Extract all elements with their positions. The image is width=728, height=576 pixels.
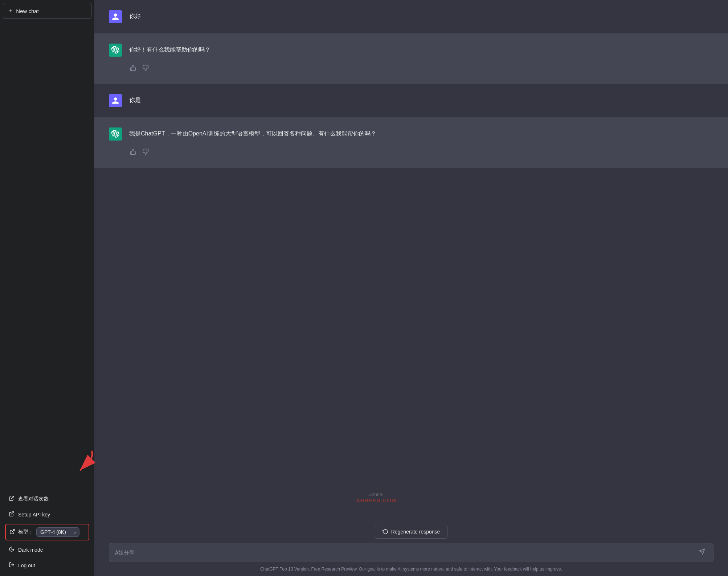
- moon-icon: [9, 546, 15, 553]
- sidebar-item-view-count[interactable]: 查看对话次数: [3, 491, 91, 507]
- input-area: [109, 543, 713, 562]
- regenerate-button[interactable]: Regenerate response: [375, 525, 448, 539]
- message-assistant-2-inner: 我是ChatGPT，一种由OpenAI训练的大型语言模型，可以回答各种问题。有什…: [109, 127, 376, 141]
- regenerate-label: Regenerate response: [391, 529, 440, 535]
- chat-input[interactable]: [115, 549, 696, 556]
- sidebar: + New chat 查看对话次数 Setup AP: [0, 0, 94, 576]
- message-user-2-text: 你是: [129, 94, 141, 105]
- main: 你好 你好！有什么我能帮助你的吗？: [94, 0, 728, 576]
- model-select[interactable]: GPT-4 (8K) GPT-3.5 GPT-4 (32K): [36, 527, 79, 537]
- thumbs-down-button-1[interactable]: [142, 64, 150, 74]
- message-user-1-text: 你好: [129, 10, 141, 21]
- external-link-icon-3: [9, 529, 15, 536]
- new-chat-button[interactable]: + New chat: [3, 3, 91, 19]
- feedback-icons-1: [129, 64, 150, 74]
- thumbs-down-button-2[interactable]: [142, 148, 150, 158]
- avatar-gpt-2: [109, 127, 122, 141]
- new-chat-label: New chat: [16, 8, 39, 14]
- message-user-1: 你好: [94, 0, 728, 33]
- model-select-wrapper[interactable]: GPT-4 (8K) GPT-3.5 GPT-4 (32K): [36, 527, 79, 537]
- footer-link[interactable]: ChatGPT Feb 13 Version: [260, 567, 309, 572]
- sidebar-item-setup-api[interactable]: Setup API key: [3, 507, 91, 522]
- regenerate-icon: [383, 529, 388, 535]
- chat-bottom: Regenerate response ChatGPT Feb 13 Versi…: [94, 520, 728, 576]
- message-assistant-1-inner: 你好！有什么我能帮助你的吗？: [109, 44, 210, 57]
- message-assistant-1: 你好！有什么我能帮助你的吗？: [94, 33, 728, 84]
- plus-icon: +: [9, 8, 12, 14]
- chat-messages: 你好 你好！有什么我能帮助你的吗？: [94, 0, 728, 520]
- sidebar-item-setup-api-label: Setup API key: [18, 512, 50, 518]
- thumbs-up-button-2[interactable]: [129, 148, 137, 158]
- avatar-user-2: [109, 94, 122, 107]
- sidebar-item-logout-label: Log out: [18, 563, 35, 568]
- external-link-icon: [9, 495, 15, 502]
- footer-text: . Free Research Preview. Our goal is to …: [309, 567, 562, 572]
- footer-note: ChatGPT Feb 13 Version. Free Research Pr…: [246, 562, 577, 576]
- message-assistant-1-text: 你好！有什么我能帮助你的吗？: [129, 44, 210, 54]
- logout-icon: [9, 562, 15, 569]
- external-link-icon-2: [9, 511, 15, 518]
- model-label: 模型：: [18, 529, 33, 535]
- thumbs-up-button-1[interactable]: [129, 64, 137, 74]
- model-row: 模型： GPT-4 (8K) GPT-3.5 GPT-4 (32K): [5, 524, 89, 540]
- send-button[interactable]: [696, 548, 707, 557]
- feedback-icons-2: [129, 148, 150, 158]
- svg-line-0: [11, 496, 14, 499]
- sidebar-spacer: [3, 22, 91, 488]
- message-user-2: 你是: [94, 84, 728, 117]
- sidebar-item-dark-mode-label: Dark mode: [18, 547, 43, 553]
- svg-line-1: [11, 512, 14, 514]
- avatar-gpt-1: [109, 44, 122, 57]
- sidebar-item-dark-mode[interactable]: Dark mode: [3, 542, 91, 557]
- sidebar-bottom: 查看对话次数 Setup API key 模型：: [3, 488, 91, 573]
- sidebar-item-logout[interactable]: Log out: [3, 557, 91, 573]
- sidebar-item-view-count-label: 查看对话次数: [18, 496, 49, 502]
- send-icon: [699, 548, 705, 555]
- message-assistant-2: 我是ChatGPT，一种由OpenAI训练的大型语言模型，可以回答各种问题。有什…: [94, 117, 728, 168]
- avatar-user-1: [109, 10, 122, 23]
- svg-line-2: [12, 530, 15, 532]
- message-assistant-2-text: 我是ChatGPT，一种由OpenAI训练的大型语言模型，可以回答各种问题。有什…: [129, 127, 376, 138]
